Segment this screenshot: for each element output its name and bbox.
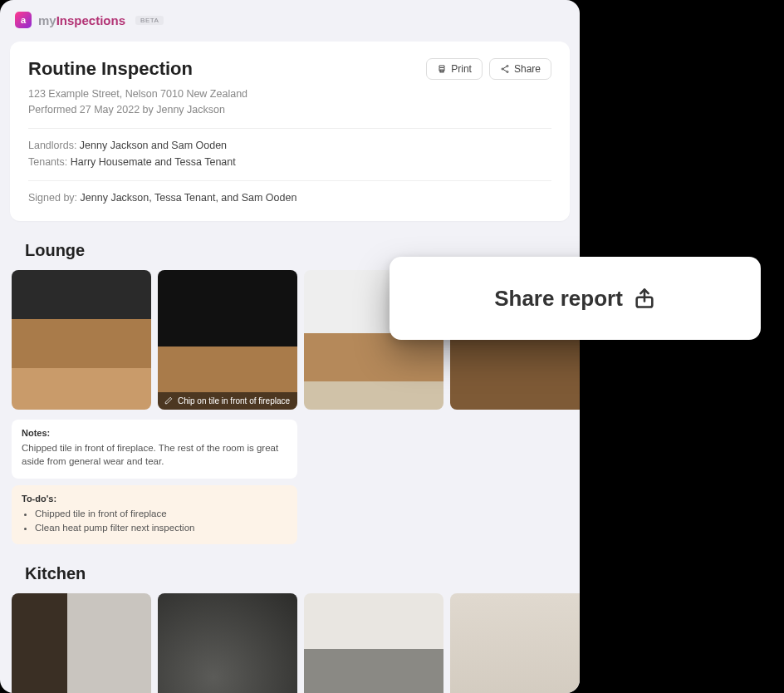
signed-value: Jenny Jackson, Tessa Tenant, and Sam Ood… xyxy=(81,192,297,204)
signed-row: Signed by: Jenny Jackson, Tessa Tenant, … xyxy=(28,189,551,206)
notes-label: Notes: xyxy=(22,428,287,438)
lounge-notes-card: Notes: Chipped tile in front of fireplac… xyxy=(12,420,297,479)
header-actions: Print Share xyxy=(426,58,551,80)
tenants-row: Tenants: Harry Housemate and Tessa Tenan… xyxy=(28,154,551,170)
kitchen-photo-3[interactable] xyxy=(304,593,443,693)
svg-point-4 xyxy=(507,71,508,73)
todo-item: Chipped tile in front of fireplace xyxy=(35,507,287,521)
top-bar: a myInspections BETA xyxy=(0,0,580,37)
caption-text: Chip on tile in front of fireplace xyxy=(178,396,290,405)
share-report-toast[interactable]: Share report xyxy=(390,257,761,340)
address-line: 123 Example Street, Nelson 7010 New Zeal… xyxy=(28,86,551,102)
print-button[interactable]: Print xyxy=(426,58,483,80)
edit-icon xyxy=(164,396,173,405)
share-icon xyxy=(500,64,510,74)
svg-point-3 xyxy=(502,68,503,70)
share-label: Share xyxy=(514,63,541,75)
brand-prefix: my xyxy=(38,13,56,27)
page-title: Routine Inspection xyxy=(28,58,193,80)
todos-label: To-do's: xyxy=(22,494,287,504)
landlords-label: Landlords: xyxy=(28,140,76,151)
print-icon xyxy=(437,64,447,74)
print-label: Print xyxy=(451,63,472,75)
kitchen-photo-4[interactable] xyxy=(450,593,580,693)
signed-label: Signed by: xyxy=(28,192,77,204)
landlords-value: Jenny Jackson and Sam Ooden xyxy=(80,140,227,151)
app-logo: a xyxy=(15,12,32,28)
lounge-photo-1[interactable] xyxy=(12,270,151,410)
tenants-value: Harry Housemate and Tessa Tenant xyxy=(71,156,236,168)
lounge-photo-2[interactable]: Chip on tile in front of fireplace xyxy=(158,270,297,410)
share-button[interactable]: Share xyxy=(489,58,551,80)
kitchen-gallery: Oven seal needs replacing. Door sits ope… xyxy=(0,593,580,693)
todos-list: Chipped tile in front of fireplace Clean… xyxy=(22,507,287,534)
todo-item: Clean heat pump filter next inspection xyxy=(35,521,287,535)
share-export-icon xyxy=(633,287,656,310)
inspection-report-app: a myInspections BETA Routine Inspection … xyxy=(0,0,580,693)
kitchen-photo-2[interactable]: Oven seal needs replacing. Door sits ope… xyxy=(158,593,297,693)
photo-caption: Chip on tile in front of fireplace xyxy=(158,392,297,410)
kitchen-photo-1[interactable] xyxy=(12,593,151,693)
landlords-row: Landlords: Jenny Jackson and Sam Ooden xyxy=(28,137,551,154)
brand-suffix: Inspections xyxy=(56,13,125,27)
performed-line: Performed 27 May 2022 by Jenny Jackson xyxy=(28,102,551,118)
tenants-label: Tenants: xyxy=(28,156,67,168)
beta-badge: BETA xyxy=(135,16,164,25)
svg-point-2 xyxy=(507,66,508,67)
share-report-label: Share report xyxy=(494,286,623,312)
lounge-todos-card: To-do's: Chipped tile in front of firepl… xyxy=(12,485,297,544)
brand-name: myInspections xyxy=(38,13,125,27)
report-header-card: Routine Inspection Print Share 123 Examp… xyxy=(10,42,570,221)
section-title-kitchen: Kitchen xyxy=(0,559,580,593)
notes-body: Chipped tile in front of fireplace. The … xyxy=(22,441,287,469)
